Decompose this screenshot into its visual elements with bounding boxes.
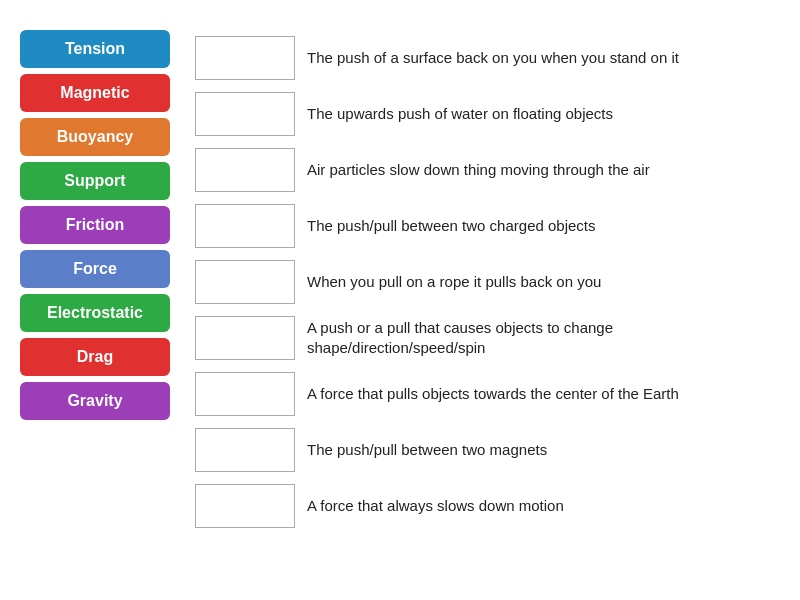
term-btn-gravity[interactable]: Gravity [20, 382, 170, 420]
definitions-column: The push of a surface back on you when y… [195, 20, 780, 580]
term-btn-electrostatic[interactable]: Electrostatic [20, 294, 170, 332]
term-btn-support[interactable]: Support [20, 162, 170, 200]
term-btn-force[interactable]: Force [20, 250, 170, 288]
term-btn-magnetic[interactable]: Magnetic [20, 74, 170, 112]
drop-box[interactable] [195, 260, 295, 304]
term-btn-drag[interactable]: Drag [20, 338, 170, 376]
definition-text: A force that always slows down motion [307, 496, 564, 516]
drop-box[interactable] [195, 428, 295, 472]
term-btn-friction[interactable]: Friction [20, 206, 170, 244]
match-row: When you pull on a rope it pulls back on… [195, 254, 780, 310]
definition-text: The push of a surface back on you when y… [307, 48, 679, 68]
definition-text: The push/pull between two magnets [307, 440, 547, 460]
definition-text: When you pull on a rope it pulls back on… [307, 272, 601, 292]
definition-text: The push/pull between two charged object… [307, 216, 596, 236]
match-row: Air particles slow down thing moving thr… [195, 142, 780, 198]
drop-box[interactable] [195, 204, 295, 248]
match-row: A push or a pull that causes objects to … [195, 310, 780, 366]
match-row: The upwards push of water on floating ob… [195, 86, 780, 142]
drop-box[interactable] [195, 36, 295, 80]
drop-box[interactable] [195, 484, 295, 528]
definition-text: Air particles slow down thing moving thr… [307, 160, 650, 180]
match-row: The push/pull between two charged object… [195, 198, 780, 254]
drop-box[interactable] [195, 316, 295, 360]
match-row: A force that pulls objects towards the c… [195, 366, 780, 422]
match-row: A force that always slows down motion [195, 478, 780, 534]
drop-box[interactable] [195, 148, 295, 192]
definition-text: A force that pulls objects towards the c… [307, 384, 679, 404]
definition-text: The upwards push of water on floating ob… [307, 104, 613, 124]
drop-box[interactable] [195, 92, 295, 136]
drop-box[interactable] [195, 372, 295, 416]
term-btn-tension[interactable]: Tension [20, 30, 170, 68]
match-row: The push/pull between two magnets [195, 422, 780, 478]
definition-text: A push or a pull that causes objects to … [307, 318, 780, 359]
term-btn-buoyancy[interactable]: Buoyancy [20, 118, 170, 156]
match-row: The push of a surface back on you when y… [195, 30, 780, 86]
terms-column: TensionMagneticBuoyancySupportFrictionFo… [20, 20, 175, 580]
